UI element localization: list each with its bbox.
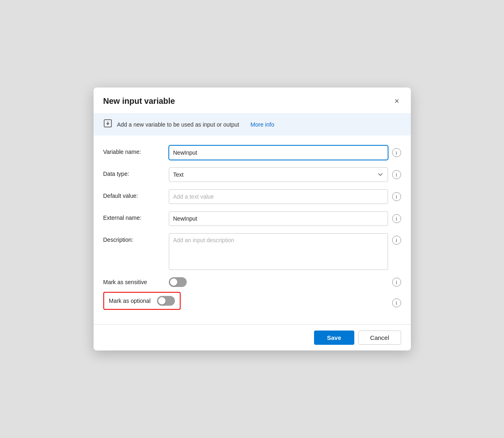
variable-name-label: Variable name:	[103, 145, 162, 155]
data-type-info-icon[interactable]: i	[392, 170, 401, 179]
description-info-icon[interactable]: i	[392, 236, 401, 245]
mark-sensitive-toggle-wrap	[169, 277, 386, 287]
external-name-row: External name: i	[103, 211, 401, 226]
cancel-button[interactable]: Cancel	[358, 331, 401, 345]
dialog-footer: Save Cancel	[94, 324, 411, 350]
mark-optional-info-icon[interactable]: i	[392, 298, 401, 307]
variable-name-info-icon[interactable]: i	[392, 148, 401, 157]
data-type-label: Data type:	[103, 167, 162, 177]
mark-optional-toggle[interactable]	[157, 296, 175, 306]
data-type-control: Text Number Boolean DateTime List i	[169, 167, 401, 182]
data-type-row: Data type: Text Number Boolean DateTime …	[103, 167, 401, 182]
description-row: Description: i	[103, 233, 401, 270]
default-value-info-icon[interactable]: i	[392, 192, 401, 201]
variable-name-input[interactable]	[169, 145, 388, 160]
mark-optional-label: Mark as optional	[109, 298, 151, 304]
external-name-input[interactable]	[169, 211, 388, 226]
mark-sensitive-info-icon[interactable]: i	[392, 278, 401, 287]
info-banner: Add a new variable to be used as input o…	[94, 113, 411, 136]
mark-sensitive-row: Mark as sensitive i	[103, 277, 401, 287]
description-label: Description:	[103, 233, 162, 243]
download-icon	[103, 119, 112, 130]
description-control: i	[169, 233, 401, 270]
dialog-body: Variable name: i Data type: Text Number …	[94, 136, 411, 324]
more-info-link[interactable]: More info	[251, 121, 274, 128]
data-type-select[interactable]: Text Number Boolean DateTime List	[169, 167, 388, 182]
description-input[interactable]	[169, 233, 388, 270]
variable-name-row: Variable name: i	[103, 145, 401, 160]
default-value-input[interactable]	[169, 189, 388, 204]
default-value-label: Default value:	[103, 189, 162, 199]
variable-name-control: i	[169, 145, 401, 160]
external-name-label: External name:	[103, 211, 162, 221]
dialog-title: New input variable	[103, 96, 175, 106]
mark-optional-box: Mark as optional	[103, 292, 181, 310]
close-button[interactable]: ×	[393, 95, 401, 107]
default-value-row: Default value: i	[103, 189, 401, 204]
dialog-header: New input variable ×	[94, 88, 411, 113]
save-button[interactable]: Save	[314, 331, 354, 345]
external-name-control: i	[169, 211, 401, 226]
mark-sensitive-toggle[interactable]	[169, 277, 187, 287]
new-input-variable-dialog: New input variable × Add a new variable …	[94, 88, 411, 350]
default-value-control: i	[169, 189, 401, 204]
mark-sensitive-label: Mark as sensitive	[103, 279, 162, 285]
external-name-info-icon[interactable]: i	[392, 214, 401, 223]
banner-text: Add a new variable to be used as input o…	[117, 121, 239, 128]
